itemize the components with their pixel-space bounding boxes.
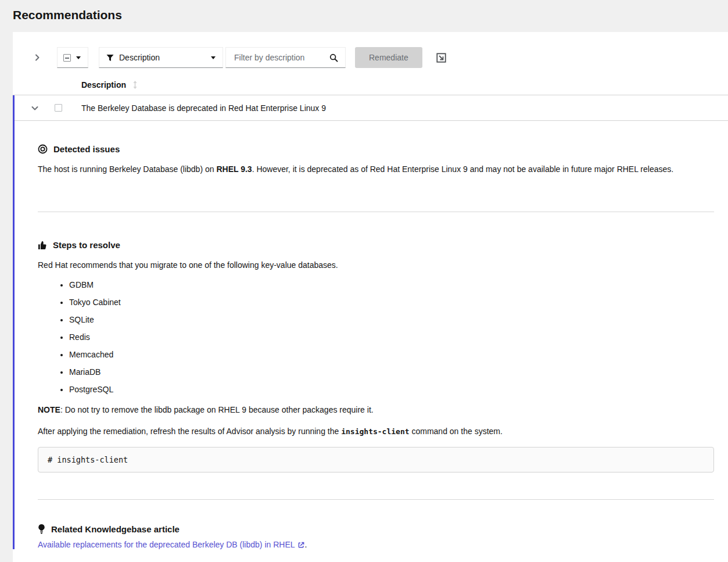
kb-article-link-text: Available replacements for the deprecate… [38, 540, 295, 549]
bullseye-icon [38, 144, 48, 154]
description-column-label: Description [81, 80, 126, 90]
remediate-button[interactable]: Remediate [355, 47, 422, 68]
kb-article-link[interactable]: Available replacements for the deprecate… [38, 540, 305, 549]
detected-issues-heading: Detected issues [38, 144, 714, 154]
table-row: The Berkeley Database is deprecated in R… [15, 95, 728, 121]
steps-to-resolve-heading: Steps to resolve [38, 240, 714, 250]
row-expand-toggle[interactable] [31, 105, 38, 112]
database-list-item: MariaDB [69, 367, 714, 377]
filter-category-label: Description [119, 53, 160, 62]
database-list-item: Tokyo Cabinet [69, 297, 714, 307]
database-list: GDBM Tokyo Cabinet SQLite Redis Memcache… [38, 280, 714, 395]
export-button[interactable] [436, 53, 446, 63]
refresh-text-suffix: command on the system. [410, 427, 503, 436]
detected-issues-heading-text: Detected issues [53, 144, 120, 154]
external-link-icon [297, 541, 305, 549]
angle-right-icon [34, 54, 41, 61]
kb-period: . [305, 540, 307, 549]
refresh-text-prefix: After applying the remediation, refresh … [38, 427, 341, 436]
bulk-select-checkbox-icon[interactable] [63, 54, 71, 62]
note-paragraph: NOTE: Do not try to remove the libdb pac… [38, 404, 714, 416]
detected-issues-text-suffix: . However, it is deprecated as of Red Ha… [252, 164, 674, 174]
caret-down-icon [211, 56, 216, 59]
related-kb-heading-text: Related Knowledgebase article [51, 524, 180, 534]
search-icon [329, 53, 338, 62]
description-column-header[interactable]: Description [81, 80, 728, 90]
expanded-detail-panel: Detected issues The host is running Berk… [15, 121, 728, 549]
table-header-row: Description [13, 75, 728, 95]
export-icon [436, 53, 446, 63]
filter-category-dropdown[interactable]: Description [99, 47, 223, 68]
steps-to-resolve-heading-text: Steps to resolve [53, 240, 120, 250]
insights-client-inline-code: insights-client [341, 427, 409, 436]
database-list-item: SQLite [69, 314, 714, 325]
table-toolbar: Description Remediate [13, 32, 728, 75]
bulk-select-dropdown[interactable] [57, 47, 88, 68]
kb-link-line: Available replacements for the deprecate… [38, 540, 714, 549]
lightbulb-icon [38, 524, 45, 534]
sort-arrows-icon[interactable] [132, 81, 138, 89]
detected-issues-paragraph: The host is running Berkeley Database (l… [38, 163, 714, 176]
steps-intro-paragraph: Red Hat recommends that you migrate to o… [38, 259, 714, 271]
database-list-item: Memcached [69, 349, 714, 360]
database-list-item: PostgreSQL [69, 384, 714, 395]
refresh-paragraph: After applying the remediation, refresh … [38, 425, 714, 438]
search-input[interactable] [233, 52, 329, 63]
caret-down-icon [76, 56, 81, 59]
description-filter-field [225, 47, 346, 68]
note-text: : Do not try to remove the libdb package… [60, 405, 374, 414]
note-label: NOTE [38, 405, 60, 414]
page-title: Recommendations [13, 8, 715, 23]
insights-client-code-block: # insights-client [38, 447, 714, 472]
filter-funnel-icon [106, 54, 114, 62]
database-list-item: Redis [69, 332, 714, 342]
page-header: Recommendations [0, 0, 728, 32]
row-checkbox[interactable] [55, 104, 62, 112]
recommendation-row-group: The Berkeley Database is deprecated in R… [13, 95, 728, 549]
database-list-item: GDBM [69, 280, 714, 290]
expand-all-button[interactable] [34, 54, 41, 61]
section-divider [38, 499, 714, 500]
section-divider [38, 212, 714, 212]
thumbs-up-icon [38, 241, 47, 250]
angle-down-icon [31, 105, 38, 112]
recommendations-card: Description Remediate Description [13, 32, 728, 562]
recommendation-description-link[interactable]: The Berkeley Database is deprecated in R… [81, 103, 728, 113]
detected-issues-rhel-version: RHEL 9.3 [216, 164, 252, 174]
related-kb-heading: Related Knowledgebase article [38, 524, 714, 534]
detected-issues-text-prefix: The host is running Berkeley Database (l… [38, 164, 216, 174]
